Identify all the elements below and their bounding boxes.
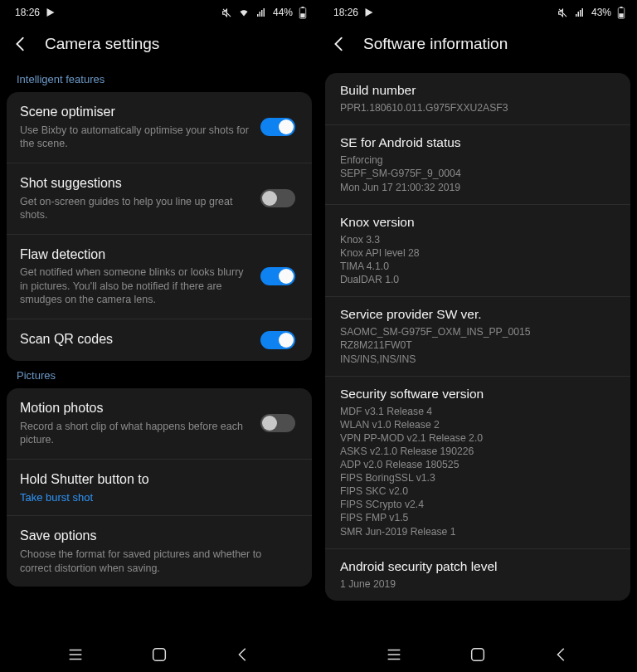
setting-title: Save options (20, 528, 295, 545)
play-store-icon (46, 7, 56, 17)
status-bar: 18:26 43% (318, 0, 637, 25)
row-scene-optimiser[interactable]: Scene optimiser Use Bixby to automatical… (7, 92, 312, 163)
back-icon[interactable] (12, 35, 30, 53)
nav-bar (0, 637, 318, 672)
battery-icon (299, 7, 307, 19)
row-hold-shutter[interactable]: Hold Shutter button to Take burst shot (7, 460, 312, 517)
nav-recents-icon[interactable] (385, 645, 403, 664)
row-save-options[interactable]: Save options Choose the format for saved… (7, 516, 312, 587)
info-scroll[interactable]: Build number PPR1.180610.011.G975FXXU2AS… (318, 65, 637, 637)
svg-rect-6 (619, 13, 623, 17)
status-bar: 18:26 44% (0, 0, 318, 25)
info-title: SE for Android status (340, 134, 615, 151)
toggle-shot-suggestions[interactable] (260, 189, 295, 207)
info-title: Security software version (340, 386, 615, 402)
info-detail: Enforcing SEPF_SM-G975F_9_0004 Mon Jun 1… (340, 153, 615, 193)
setting-title: Motion photos (20, 400, 249, 417)
info-title: Build number (340, 82, 615, 99)
mute-icon (557, 7, 568, 18)
row-security-patch-level[interactable]: Android security patch level 1 June 2019 (325, 549, 630, 601)
row-flaw-detection[interactable]: Flaw detection Get notified when someone… (7, 235, 312, 319)
setting-title: Scan QR codes (20, 331, 249, 348)
svg-rect-2 (300, 13, 304, 17)
setting-subtitle: Get on-screen guides to help you line up… (20, 195, 249, 222)
battery-icon (617, 7, 625, 19)
settings-scroll[interactable]: Intelligent features Scene optimiser Use… (0, 65, 318, 637)
page-title: Software information (363, 35, 508, 53)
row-knox-version[interactable]: Knox version Knox 3.3 Knox API level 28 … (325, 205, 630, 298)
toggle-motion-photos[interactable] (260, 414, 295, 432)
wifi-icon (238, 7, 250, 17)
info-title: Android security patch level (340, 558, 615, 575)
toggle-scan-qr[interactable] (260, 331, 295, 349)
nav-back-icon[interactable] (552, 645, 571, 664)
card-software-info: Build number PPR1.180610.011.G975FXXU2AS… (325, 73, 630, 601)
nav-bar (318, 637, 637, 672)
svg-rect-5 (620, 7, 623, 8)
info-detail: 1 June 2019 (340, 577, 615, 591)
setting-subtitle: Record a short clip of what happens befo… (20, 420, 249, 447)
screen-header: Camera settings (0, 25, 318, 65)
phone-camera-settings: 18:26 44% Camera settings Intelligent fe… (0, 0, 318, 672)
setting-value: Take burst shot (20, 491, 295, 504)
status-time: 18:26 (333, 7, 358, 18)
svg-rect-1 (302, 7, 304, 8)
row-build-number[interactable]: Build number PPR1.180610.011.G975FXXU2AS… (325, 73, 630, 125)
card-pictures: Motion photos Record a short clip of wha… (7, 388, 312, 587)
row-shot-suggestions[interactable]: Shot suggestions Get on-screen guides to… (7, 163, 312, 235)
svg-rect-3 (153, 649, 166, 661)
setting-title: Hold Shutter button to (20, 471, 295, 489)
row-motion-photos[interactable]: Motion photos Record a short clip of wha… (7, 388, 312, 460)
setting-title: Scene optimiser (20, 104, 249, 121)
signal-icon (255, 7, 267, 17)
back-icon[interactable] (330, 35, 348, 53)
info-detail: MDF v3.1 Release 4 WLAN v1.0 Release 2 V… (340, 405, 615, 538)
info-title: Knox version (340, 214, 615, 231)
status-battery-pct: 44% (273, 7, 293, 18)
setting-subtitle: Use Bixby to automatically optimise your… (20, 124, 249, 151)
toggle-flaw-detection[interactable] (260, 267, 295, 285)
nav-home-icon[interactable] (469, 645, 487, 664)
section-header-pictures: Pictures (0, 361, 318, 388)
page-title: Camera settings (45, 35, 159, 53)
info-detail: PPR1.180610.011.G975FXXU2ASF3 (340, 101, 615, 114)
nav-home-icon[interactable] (150, 645, 168, 664)
status-battery-pct: 43% (591, 7, 611, 18)
setting-subtitle: Get notified when someone blinks or look… (20, 265, 249, 307)
setting-title: Shot suggestions (20, 175, 249, 192)
status-time: 18:26 (15, 7, 40, 18)
setting-subtitle: Choose the format for saved pictures and… (20, 548, 295, 575)
mute-icon (221, 7, 232, 18)
row-security-software-version[interactable]: Security software version MDF v3.1 Relea… (325, 377, 630, 549)
svg-rect-7 (472, 649, 484, 661)
section-header-intelligent: Intelligent features (0, 65, 318, 92)
play-store-icon (364, 7, 374, 17)
info-detail: SAOMC_SM-G975F_OXM_INS_PP_0015 RZ8M211FW… (340, 325, 615, 365)
row-scan-qr-codes[interactable]: Scan QR codes (7, 319, 312, 361)
nav-back-icon[interactable] (234, 645, 252, 664)
screen-header: Software information (318, 25, 637, 65)
phone-software-info: 18:26 43% Software information Build num… (318, 0, 637, 672)
signal-icon (574, 7, 586, 17)
row-service-provider-sw[interactable]: Service provider SW ver. SAOMC_SM-G975F_… (325, 297, 630, 376)
setting-title: Flaw detection (20, 246, 249, 264)
card-intelligent-features: Scene optimiser Use Bixby to automatical… (7, 92, 312, 361)
info-title: Service provider SW ver. (340, 306, 615, 323)
toggle-scene-optimiser[interactable] (260, 118, 295, 136)
row-se-for-android[interactable]: SE for Android status Enforcing SEPF_SM-… (325, 125, 630, 204)
nav-recents-icon[interactable] (66, 645, 85, 664)
info-detail: Knox 3.3 Knox API level 28 TIMA 4.1.0 Du… (340, 233, 615, 286)
